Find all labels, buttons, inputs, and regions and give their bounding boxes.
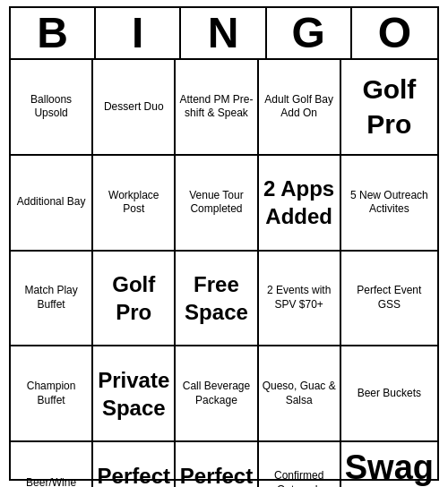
bingo-cell: Adult Golf Bay Add On	[259, 60, 341, 156]
bingo-cell: Swag Bags	[341, 442, 437, 487]
header-letter: G	[267, 8, 352, 58]
bingo-grid: Balloons UpsoldDessert DuoAttend PM Pre-…	[11, 60, 437, 487]
bingo-cell: Workplace Post	[93, 156, 176, 252]
bingo-cell: Free Space	[176, 252, 258, 347]
bingo-cell: 2 Apps Added	[259, 156, 341, 252]
bingo-cell: Perfect Event GSS	[341, 252, 437, 347]
bingo-cell: 5 New Outreach Activites	[341, 156, 437, 252]
bingo-cell: Private Space	[93, 346, 176, 442]
bingo-cell: Perfect Check	[176, 442, 258, 487]
bingo-cell: Confirmed Outreach Event	[259, 442, 341, 487]
bingo-cell: Venue Tour Completed	[176, 156, 258, 252]
bingo-cell: Queso, Guac & Salsa	[259, 346, 341, 442]
bingo-cell: Attend PM Pre-shift & Speak	[176, 60, 258, 156]
bingo-cell: Champion Buffet	[11, 346, 93, 442]
header-letter: O	[352, 8, 437, 58]
bingo-card: BINGO Balloons UpsoldDessert DuoAttend P…	[9, 6, 439, 481]
bingo-cell: Dessert Duo	[93, 60, 176, 156]
header-letter: I	[96, 8, 181, 58]
bingo-cell: Call Beverage Package	[176, 346, 258, 442]
bingo-cell: Perfect Check	[93, 442, 176, 487]
bingo-cell: 2 Events with SPV $70+	[259, 252, 341, 347]
bingo-cell: Match Play Buffet	[11, 252, 93, 347]
bingo-cell: Golf Pro	[341, 60, 437, 156]
bingo-cell: Beer/Wine Drink Tickets	[11, 442, 93, 487]
bingo-header: BINGO	[11, 8, 437, 60]
header-letter: N	[181, 8, 266, 58]
bingo-cell: Beer Buckets	[341, 346, 437, 442]
header-letter: B	[11, 8, 96, 58]
bingo-cell: Balloons Upsold	[11, 60, 93, 156]
bingo-cell: Additional Bay	[11, 156, 93, 252]
bingo-cell: Golf Pro	[93, 252, 176, 347]
